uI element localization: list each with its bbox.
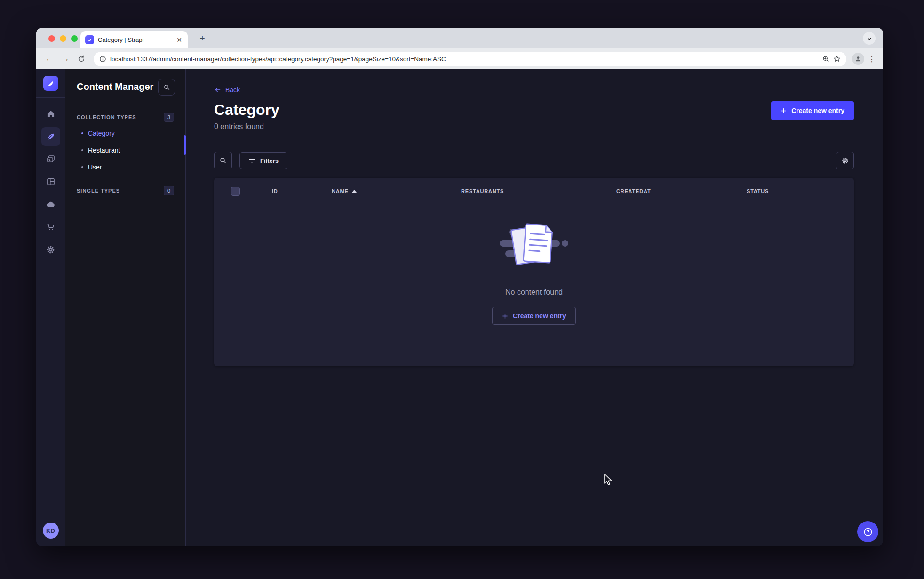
layout-icon [46,177,56,186]
bookmark-star-icon[interactable] [833,55,841,63]
browser-menu-button[interactable]: ⋮ [867,58,876,60]
chevron-down-icon [867,36,872,41]
panel-title: Content Manager [77,81,153,92]
panel-search-button[interactable] [158,79,175,96]
url-bar[interactable]: localhost:1337/admin/content-manager/col… [94,52,846,66]
column-header-restaurants[interactable]: RESTAURANTS [461,188,616,194]
close-window-button[interactable] [48,35,55,42]
column-label: ID [272,188,278,194]
nav-content-type-builder-button[interactable] [41,172,60,191]
column-label: CREATEDAT [616,188,651,194]
tab-search-button[interactable] [863,32,876,45]
column-header-createdat[interactable]: CREATEDAT [616,188,747,194]
sidebar-item-label: User [88,163,102,171]
browser-tab-strip: Category | Strapi ✕ + [36,28,883,48]
collection-types-section-header: COLLECTION TYPES 3 [77,113,174,122]
section-label: COLLECTION TYPES [77,114,136,120]
sidebar-item-label: Category [88,129,115,137]
sidebar-item-restaurant[interactable]: Restaurant [77,142,174,159]
browser-profile-button[interactable] [852,53,864,65]
entries-count: 0 entries found [214,122,854,131]
browser-window: Category | Strapi ✕ + ← → localhost:1337… [36,28,883,546]
tab-title: Category | Strapi [98,36,172,43]
page-title: Category [214,101,854,119]
back-link[interactable]: Back [214,86,854,94]
shopping-cart-icon [46,222,56,232]
back-label: Back [225,86,240,94]
single-types-section-header: SINGLE TYPES 0 [77,186,174,195]
nav-content-manager-button[interactable] [41,127,60,146]
empty-create-new-entry-button[interactable]: Create new entry [492,307,576,325]
rail-divider [36,97,65,98]
url-text[interactable]: localhost:1337/admin/content-manager/col… [110,56,819,63]
single-types-count-badge: 0 [164,186,174,195]
new-tab-button[interactable]: + [196,32,208,45]
search-icon [163,84,170,91]
browser-tab[interactable]: Category | Strapi ✕ [80,31,188,48]
table-search-button[interactable] [214,152,232,169]
help-button[interactable] [857,521,878,542]
zoom-icon[interactable] [822,56,829,63]
table-settings-button[interactable] [836,152,854,169]
plus-icon [502,313,508,319]
strapi-app: KD Content Manager COLLECTION TYPES 3 Ca… [36,69,883,546]
create-new-entry-label: Create new entry [791,107,844,114]
empty-create-label: Create new entry [513,312,566,320]
main-nav-rail: KD [36,69,65,546]
person-icon [854,55,862,63]
column-label: NAME [332,188,349,194]
create-new-entry-button[interactable]: Create new entry [771,101,854,120]
arrow-left-icon [214,86,222,94]
column-label: STATUS [747,188,769,194]
site-info-icon[interactable] [99,56,106,63]
no-content-illustration [499,220,569,273]
main-content: Back Category 0 entries found Create new… [186,69,883,546]
gear-icon [841,157,849,165]
gear-icon [46,245,56,255]
filter-icon [248,157,255,164]
entries-table: ID NAME RESTAURANTS CREATEDAT STATUS [214,178,854,366]
bullet-icon [81,166,83,168]
table-actions-row: Filters [214,152,854,169]
filters-button[interactable]: Filters [239,152,287,169]
select-all-checkbox[interactable] [231,187,240,196]
window-controls [48,35,78,42]
nav-settings-button[interactable] [41,240,60,259]
forward-button[interactable]: → [59,52,72,65]
nav-media-library-button[interactable] [41,150,60,169]
filters-label: Filters [260,157,279,164]
bullet-icon [81,132,83,134]
column-header-name[interactable]: NAME [332,188,461,194]
empty-state-message: No content found [505,288,563,297]
question-mark-icon [863,527,873,537]
minimize-window-button[interactable] [60,35,66,42]
column-header-id[interactable]: ID [272,188,332,194]
user-avatar[interactable]: KD [43,523,59,539]
collection-types-count-badge: 3 [164,113,174,122]
reload-button[interactable] [75,52,88,65]
sidebar-item-user[interactable]: User [77,159,174,176]
bullet-icon [81,149,83,151]
nav-cloud-button[interactable] [41,195,60,214]
sort-ascending-icon [352,190,357,193]
empty-state: No content found Create new entry [214,220,854,325]
section-label: SINGLE TYPES [77,188,120,193]
tab-close-icon[interactable]: ✕ [175,36,183,44]
panel-divider [77,101,91,101]
cloud-icon [46,200,56,209]
table-header-row: ID NAME RESTAURANTS CREATEDAT STATUS [214,178,854,204]
browser-toolbar: ← → localhost:1337/admin/content-manager… [36,48,883,69]
media-library-icon [46,154,56,164]
sidebar-item-label: Restaurant [88,146,120,154]
nav-home-button[interactable] [41,105,60,123]
feather-pen-icon [46,132,56,141]
sidebar-item-category[interactable]: Category [77,125,174,142]
column-label: RESTAURANTS [461,188,504,194]
fullscreen-window-button[interactable] [71,35,78,42]
back-button[interactable]: ← [43,52,56,65]
strapi-logo[interactable] [43,76,58,91]
strapi-favicon-icon [85,35,94,44]
nav-marketplace-button[interactable] [41,217,60,236]
column-header-status[interactable]: STATUS [747,188,854,194]
home-icon [46,109,56,119]
